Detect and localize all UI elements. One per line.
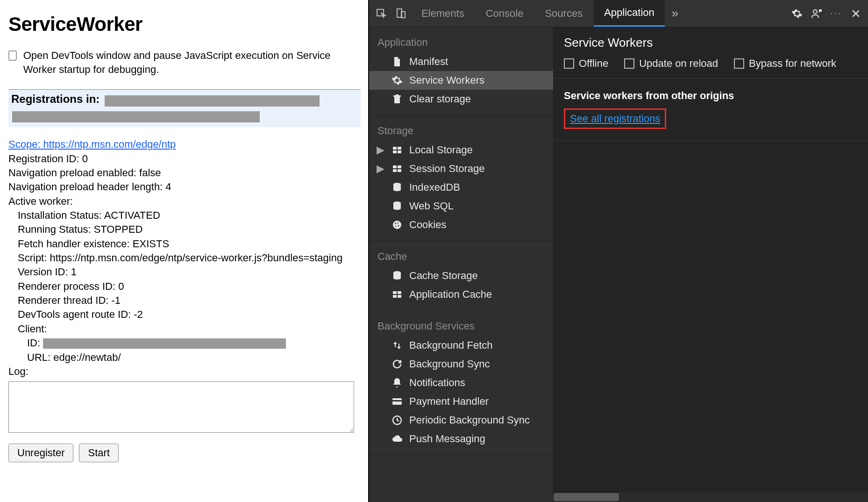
redacted-origin-2 <box>12 111 260 122</box>
serviceworker-internal-page: ServiceWorker Open DevTools window and p… <box>0 0 369 502</box>
cookie-icon <box>391 219 403 230</box>
svg-rect-7 <box>398 151 401 153</box>
update-on-reload-checkbox[interactable]: Update on reload <box>624 57 718 70</box>
sidebar-item-label: Cache Storage <box>409 270 478 282</box>
client-url: URL: edge://newtab/ <box>8 351 361 365</box>
devtools-toolbar: Elements Console Sources Application » ·… <box>369 0 868 27</box>
database-icon <box>391 182 403 193</box>
offline-label: Offline <box>579 57 608 70</box>
svg-rect-10 <box>393 169 397 172</box>
registration-id: Registration ID: 0 <box>8 152 361 166</box>
devtools-panel: Elements Console Sources Application » ·… <box>369 0 868 502</box>
tab-console[interactable]: Console <box>476 0 534 27</box>
tab-elements[interactable]: Elements <box>411 0 475 27</box>
fetch-handler: Fetch handler existence: EXISTS <box>8 237 361 251</box>
settings-gear-icon[interactable] <box>788 4 806 23</box>
expand-arrow-icon[interactable]: ▶ <box>377 163 383 175</box>
svg-rect-22 <box>393 295 397 298</box>
start-button[interactable]: Start <box>79 444 118 462</box>
sidebar-item-push-messaging[interactable]: Push Messaging <box>369 430 553 448</box>
sidebar-item-cookies[interactable]: Cookies <box>369 215 553 234</box>
tab-application[interactable]: Application <box>594 0 665 27</box>
close-devtools-icon[interactable] <box>847 4 865 23</box>
pause-on-startup-checkbox[interactable] <box>8 50 17 61</box>
sidebar-item-label: Manifest <box>409 56 448 68</box>
svg-point-16 <box>398 222 398 223</box>
scrollbar-thumb[interactable] <box>554 493 619 501</box>
sidebar-item-web-sql[interactable]: Web SQL <box>369 197 553 215</box>
update-on-reload-label: Update on reload <box>639 57 718 70</box>
sidebar-item-notifications[interactable]: Notifications <box>369 373 553 392</box>
application-main: Service Workers Offline Update on reload… <box>554 27 868 502</box>
sidebar-item-label: Local Storage <box>409 144 473 156</box>
sidebar-item-label: Service Workers <box>409 74 484 86</box>
kebab-menu-icon[interactable]: ··· <box>827 4 846 23</box>
redacted-client-id <box>43 338 286 349</box>
page-title: ServiceWorker <box>8 13 361 36</box>
sidebar-item-indexeddb[interactable]: IndexedDB <box>369 178 553 197</box>
expand-arrow-icon[interactable]: ▶ <box>377 144 383 156</box>
inspect-element-icon[interactable] <box>372 4 391 23</box>
updown-icon <box>391 340 403 351</box>
sidebar-item-background-fetch[interactable]: Background Fetch <box>369 336 553 355</box>
client-id-row: ID: <box>8 336 361 350</box>
log-textarea[interactable] <box>8 381 354 433</box>
device-toolbar-icon[interactable] <box>391 4 410 23</box>
sidebar-item-session-storage[interactable]: ▶Session Storage <box>369 159 553 178</box>
sync-icon <box>391 359 403 370</box>
sidebar-item-clear-storage[interactable]: Clear storage <box>369 90 553 108</box>
scope-link[interactable]: Scope: https://ntp.msn.com/edge/ntp <box>8 138 176 150</box>
script-url: Script: https://ntp.msn.com/edge/ntp/ser… <box>8 251 361 265</box>
more-tabs-icon[interactable]: » <box>666 4 684 23</box>
log-label: Log: <box>8 365 361 379</box>
clock-icon <box>391 415 403 426</box>
sidebar-item-label: Notifications <box>409 377 465 389</box>
empty-area <box>554 141 868 502</box>
svg-point-17 <box>398 225 399 227</box>
nav-preload-enabled: Navigation preload enabled: false <box>8 166 361 180</box>
client-id-label: ID: <box>27 337 40 349</box>
sidebar-group-title: Application <box>369 32 553 52</box>
bypass-for-network-label: Bypass for network <box>749 57 836 70</box>
sidebar-item-cache-storage[interactable]: Cache Storage <box>369 266 553 285</box>
registrations-header: Registrations in: <box>8 89 361 127</box>
svg-rect-4 <box>393 147 397 150</box>
sidebar-item-background-sync[interactable]: Background Sync <box>369 355 553 373</box>
highlight-annotation: See all registrations <box>564 108 666 129</box>
svg-rect-6 <box>393 151 397 153</box>
sidebar-item-periodic-background-sync[interactable]: Periodic Background Sync <box>369 411 553 430</box>
sidebar-item-application-cache[interactable]: Application Cache <box>369 285 553 304</box>
route-id: DevTools agent route ID: -2 <box>8 308 361 322</box>
svg-rect-8 <box>393 165 397 168</box>
sidebar-item-label: Background Fetch <box>409 339 493 351</box>
svg-point-3 <box>813 10 817 14</box>
sidebar-item-local-storage[interactable]: ▶Local Storage <box>369 141 553 159</box>
bell-icon <box>391 377 403 388</box>
version-id: Version ID: 1 <box>8 265 361 279</box>
tab-sources[interactable]: Sources <box>534 0 593 27</box>
install-status: Installation Status: ACTIVATED <box>8 208 361 222</box>
nav-preload-length: Navigation preload header length: 4 <box>8 180 361 194</box>
gear-icon <box>391 75 403 86</box>
sidebar-group-title: Background Services <box>369 316 553 336</box>
other-origins-title: Service workers from other origins <box>564 90 858 102</box>
sidebar-item-payment-handler[interactable]: Payment Handler <box>369 392 553 411</box>
offline-checkbox[interactable]: Offline <box>564 57 608 70</box>
grid-icon <box>391 144 403 156</box>
sidebar-item-manifest[interactable]: Manifest <box>369 52 553 71</box>
horizontal-scrollbar[interactable] <box>554 492 868 502</box>
service-workers-title: Service Workers <box>564 36 858 50</box>
bypass-for-network-checkbox[interactable]: Bypass for network <box>734 57 836 70</box>
sidebar-item-label: Clear storage <box>409 93 471 105</box>
see-all-registrations-link[interactable]: See all registrations <box>570 113 660 124</box>
sidebar-item-label: IndexedDB <box>409 181 460 194</box>
trash-icon <box>391 93 403 105</box>
feedback-icon[interactable] <box>807 4 826 23</box>
database-icon <box>391 201 403 212</box>
registrations-label: Registrations in: <box>11 93 100 106</box>
registration-details: Scope: https://ntp.msn.com/edge/ntp Regi… <box>8 137 361 462</box>
sidebar-item-service-workers[interactable]: Service Workers <box>369 71 553 90</box>
svg-point-18 <box>395 226 396 227</box>
redacted-origin <box>105 95 320 107</box>
unregister-button[interactable]: Unregister <box>8 444 73 462</box>
